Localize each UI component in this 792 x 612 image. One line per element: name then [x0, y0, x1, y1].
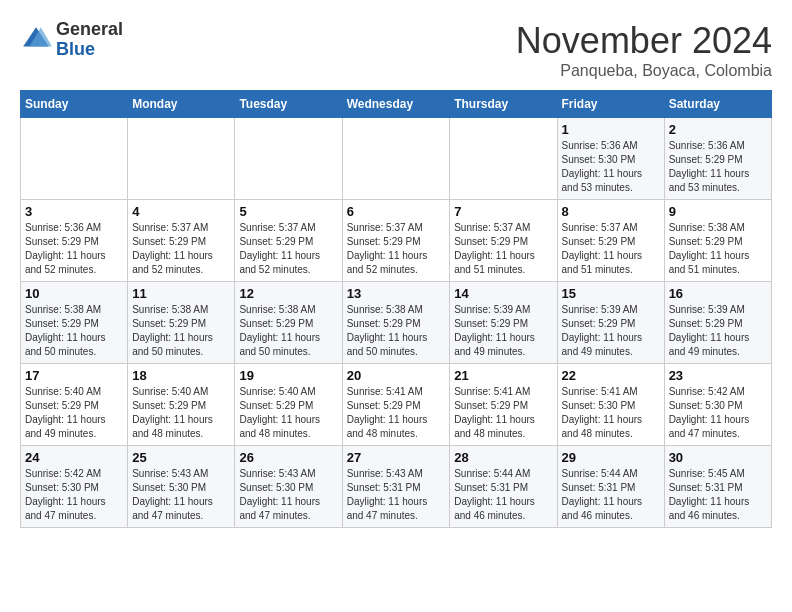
- day-number: 2: [669, 122, 767, 137]
- day-number: 7: [454, 204, 552, 219]
- weekday-friday: Friday: [557, 91, 664, 118]
- day-info: Sunrise: 5:38 AM Sunset: 5:29 PM Dayligh…: [132, 303, 230, 359]
- weekday-saturday: Saturday: [664, 91, 771, 118]
- day-number: 1: [562, 122, 660, 137]
- day-info: Sunrise: 5:36 AM Sunset: 5:29 PM Dayligh…: [669, 139, 767, 195]
- day-number: 26: [239, 450, 337, 465]
- calendar-table: SundayMondayTuesdayWednesdayThursdayFrid…: [20, 90, 772, 528]
- calendar-cell: 18Sunrise: 5:40 AM Sunset: 5:29 PM Dayli…: [128, 364, 235, 446]
- day-number: 25: [132, 450, 230, 465]
- calendar-cell: 20Sunrise: 5:41 AM Sunset: 5:29 PM Dayli…: [342, 364, 450, 446]
- day-info: Sunrise: 5:41 AM Sunset: 5:29 PM Dayligh…: [454, 385, 552, 441]
- calendar-cell: 22Sunrise: 5:41 AM Sunset: 5:30 PM Dayli…: [557, 364, 664, 446]
- day-info: Sunrise: 5:37 AM Sunset: 5:29 PM Dayligh…: [454, 221, 552, 277]
- calendar-cell: [235, 118, 342, 200]
- calendar-cell: [21, 118, 128, 200]
- calendar-cell: 7Sunrise: 5:37 AM Sunset: 5:29 PM Daylig…: [450, 200, 557, 282]
- calendar-cell: 5Sunrise: 5:37 AM Sunset: 5:29 PM Daylig…: [235, 200, 342, 282]
- day-info: Sunrise: 5:40 AM Sunset: 5:29 PM Dayligh…: [239, 385, 337, 441]
- day-info: Sunrise: 5:43 AM Sunset: 5:30 PM Dayligh…: [132, 467, 230, 523]
- logo: General Blue: [20, 20, 123, 60]
- day-number: 15: [562, 286, 660, 301]
- day-info: Sunrise: 5:37 AM Sunset: 5:29 PM Dayligh…: [562, 221, 660, 277]
- day-number: 11: [132, 286, 230, 301]
- day-info: Sunrise: 5:43 AM Sunset: 5:30 PM Dayligh…: [239, 467, 337, 523]
- logo-icon: [20, 24, 52, 56]
- day-info: Sunrise: 5:38 AM Sunset: 5:29 PM Dayligh…: [669, 221, 767, 277]
- day-number: 12: [239, 286, 337, 301]
- day-number: 30: [669, 450, 767, 465]
- day-info: Sunrise: 5:38 AM Sunset: 5:29 PM Dayligh…: [25, 303, 123, 359]
- calendar-cell: [342, 118, 450, 200]
- day-number: 27: [347, 450, 446, 465]
- day-number: 22: [562, 368, 660, 383]
- day-number: 23: [669, 368, 767, 383]
- weekday-sunday: Sunday: [21, 91, 128, 118]
- logo-general-text: General: [56, 20, 123, 40]
- month-title: November 2024: [516, 20, 772, 62]
- day-info: Sunrise: 5:43 AM Sunset: 5:31 PM Dayligh…: [347, 467, 446, 523]
- day-info: Sunrise: 5:40 AM Sunset: 5:29 PM Dayligh…: [25, 385, 123, 441]
- calendar-cell: 8Sunrise: 5:37 AM Sunset: 5:29 PM Daylig…: [557, 200, 664, 282]
- day-info: Sunrise: 5:41 AM Sunset: 5:30 PM Dayligh…: [562, 385, 660, 441]
- calendar-cell: 4Sunrise: 5:37 AM Sunset: 5:29 PM Daylig…: [128, 200, 235, 282]
- weekday-tuesday: Tuesday: [235, 91, 342, 118]
- calendar-cell: 10Sunrise: 5:38 AM Sunset: 5:29 PM Dayli…: [21, 282, 128, 364]
- day-number: 29: [562, 450, 660, 465]
- day-info: Sunrise: 5:36 AM Sunset: 5:29 PM Dayligh…: [25, 221, 123, 277]
- day-number: 20: [347, 368, 446, 383]
- day-number: 6: [347, 204, 446, 219]
- day-info: Sunrise: 5:39 AM Sunset: 5:29 PM Dayligh…: [562, 303, 660, 359]
- calendar-cell: 14Sunrise: 5:39 AM Sunset: 5:29 PM Dayli…: [450, 282, 557, 364]
- calendar-cell: 3Sunrise: 5:36 AM Sunset: 5:29 PM Daylig…: [21, 200, 128, 282]
- day-number: 14: [454, 286, 552, 301]
- calendar-cell: [128, 118, 235, 200]
- weekday-wednesday: Wednesday: [342, 91, 450, 118]
- calendar-cell: 12Sunrise: 5:38 AM Sunset: 5:29 PM Dayli…: [235, 282, 342, 364]
- day-number: 9: [669, 204, 767, 219]
- calendar-cell: [450, 118, 557, 200]
- calendar-week-5: 24Sunrise: 5:42 AM Sunset: 5:30 PM Dayli…: [21, 446, 772, 528]
- location-subtitle: Panqueba, Boyaca, Colombia: [516, 62, 772, 80]
- day-number: 3: [25, 204, 123, 219]
- day-number: 28: [454, 450, 552, 465]
- page-header: General Blue November 2024 Panqueba, Boy…: [20, 20, 772, 80]
- title-block: November 2024 Panqueba, Boyaca, Colombia: [516, 20, 772, 80]
- day-number: 24: [25, 450, 123, 465]
- calendar-cell: 26Sunrise: 5:43 AM Sunset: 5:30 PM Dayli…: [235, 446, 342, 528]
- day-info: Sunrise: 5:37 AM Sunset: 5:29 PM Dayligh…: [239, 221, 337, 277]
- calendar-cell: 6Sunrise: 5:37 AM Sunset: 5:29 PM Daylig…: [342, 200, 450, 282]
- calendar-cell: 27Sunrise: 5:43 AM Sunset: 5:31 PM Dayli…: [342, 446, 450, 528]
- day-number: 17: [25, 368, 123, 383]
- day-info: Sunrise: 5:41 AM Sunset: 5:29 PM Dayligh…: [347, 385, 446, 441]
- calendar-cell: 28Sunrise: 5:44 AM Sunset: 5:31 PM Dayli…: [450, 446, 557, 528]
- day-info: Sunrise: 5:37 AM Sunset: 5:29 PM Dayligh…: [347, 221, 446, 277]
- day-info: Sunrise: 5:39 AM Sunset: 5:29 PM Dayligh…: [669, 303, 767, 359]
- calendar-cell: 2Sunrise: 5:36 AM Sunset: 5:29 PM Daylig…: [664, 118, 771, 200]
- logo-blue-text: Blue: [56, 40, 123, 60]
- calendar-cell: 11Sunrise: 5:38 AM Sunset: 5:29 PM Dayli…: [128, 282, 235, 364]
- day-number: 21: [454, 368, 552, 383]
- calendar-cell: 19Sunrise: 5:40 AM Sunset: 5:29 PM Dayli…: [235, 364, 342, 446]
- calendar-cell: 21Sunrise: 5:41 AM Sunset: 5:29 PM Dayli…: [450, 364, 557, 446]
- weekday-thursday: Thursday: [450, 91, 557, 118]
- day-number: 19: [239, 368, 337, 383]
- calendar-cell: 24Sunrise: 5:42 AM Sunset: 5:30 PM Dayli…: [21, 446, 128, 528]
- day-info: Sunrise: 5:42 AM Sunset: 5:30 PM Dayligh…: [25, 467, 123, 523]
- calendar-cell: 29Sunrise: 5:44 AM Sunset: 5:31 PM Dayli…: [557, 446, 664, 528]
- day-number: 13: [347, 286, 446, 301]
- calendar-cell: 17Sunrise: 5:40 AM Sunset: 5:29 PM Dayli…: [21, 364, 128, 446]
- weekday-monday: Monday: [128, 91, 235, 118]
- day-info: Sunrise: 5:37 AM Sunset: 5:29 PM Dayligh…: [132, 221, 230, 277]
- weekday-header-row: SundayMondayTuesdayWednesdayThursdayFrid…: [21, 91, 772, 118]
- day-number: 10: [25, 286, 123, 301]
- calendar-week-3: 10Sunrise: 5:38 AM Sunset: 5:29 PM Dayli…: [21, 282, 772, 364]
- calendar-cell: 16Sunrise: 5:39 AM Sunset: 5:29 PM Dayli…: [664, 282, 771, 364]
- calendar-week-1: 1Sunrise: 5:36 AM Sunset: 5:30 PM Daylig…: [21, 118, 772, 200]
- day-info: Sunrise: 5:44 AM Sunset: 5:31 PM Dayligh…: [562, 467, 660, 523]
- day-info: Sunrise: 5:38 AM Sunset: 5:29 PM Dayligh…: [239, 303, 337, 359]
- calendar-body: 1Sunrise: 5:36 AM Sunset: 5:30 PM Daylig…: [21, 118, 772, 528]
- calendar-cell: 9Sunrise: 5:38 AM Sunset: 5:29 PM Daylig…: [664, 200, 771, 282]
- day-number: 8: [562, 204, 660, 219]
- calendar-cell: 15Sunrise: 5:39 AM Sunset: 5:29 PM Dayli…: [557, 282, 664, 364]
